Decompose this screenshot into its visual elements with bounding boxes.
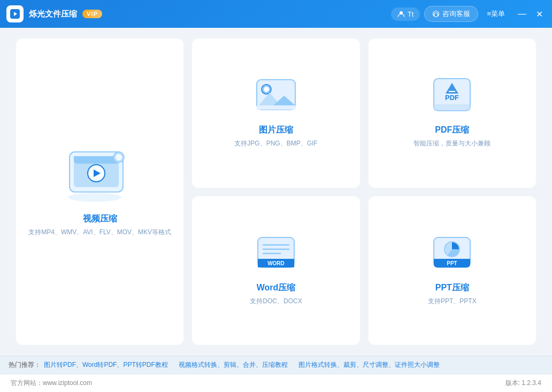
ppt-card-title: PPT压缩 — [435, 282, 469, 294]
video-card-subtitle: 支持MP4、WMV、AVI、FLV、MOV、MKV等格式 — [28, 228, 171, 237]
hot-link-2[interactable]: 图片格式转换、裁剪、尺寸调整、证件照大小调整 — [298, 360, 440, 370]
image-card-subtitle: 支持JPG、PNG、BMP、GIF — [234, 139, 317, 148]
pdf-icon: PDF — [431, 78, 473, 114]
app-title: 烁光文件压缩 — [29, 9, 77, 19]
svg-text:PDF: PDF — [445, 94, 459, 102]
main-content: 视频压缩 支持MP4、WMV、AVI、FLV、MOV、MKV等格式 图片压缩 — [0, 28, 552, 356]
video-card-title: 视频压缩 — [83, 213, 117, 225]
pdf-card-title: PDF压缩 — [435, 125, 469, 136]
window-controls: — ✕ — [516, 7, 546, 20]
image-icon-wrap — [255, 78, 297, 116]
close-button[interactable]: ✕ — [533, 7, 546, 20]
svg-rect-4 — [434, 14, 435, 16]
image-icon — [255, 78, 297, 114]
pdf-card[interactable]: PDF PDF压缩 智能压缩，质量与大小兼顾 — [369, 39, 536, 188]
service-button[interactable]: 咨询客服 — [424, 6, 478, 22]
ppt-icon-wrap: PPT — [431, 235, 473, 274]
ppt-card[interactable]: PPT PPT压缩 支持PPT、PPTX — [369, 196, 536, 345]
bottom-bar: 热门推荐： 图片转PDF、Word转PDF、PPT转PDF教程 视频格式转换、剪… — [0, 356, 552, 374]
svg-rect-10 — [74, 156, 119, 160]
svg-rect-27 — [434, 104, 470, 111]
title-bar-right: Tt 咨询客服 ≡菜单 — ✕ — [391, 6, 546, 22]
svg-point-15 — [116, 154, 122, 160]
video-icon — [65, 147, 135, 203]
headset-icon — [432, 10, 440, 18]
menu-button[interactable]: ≡菜单 — [482, 6, 509, 21]
hot-links: 图片转PDF、Word转PDF、PPT转PDF教程 视频格式转换、剪辑、合并、压… — [44, 360, 440, 370]
cards-grid: 视频压缩 支持MP4、WMV、AVI、FLV、MOV、MKV等格式 图片压缩 — [16, 39, 536, 345]
pdf-icon-wrap: PDF — [431, 78, 473, 116]
image-card[interactable]: 图片压缩 支持JPG、PNG、BMP、GIF — [192, 39, 359, 188]
minimize-button[interactable]: — — [516, 7, 528, 20]
user-button[interactable]: Tt — [391, 7, 420, 21]
website-label: 官方网站：www.iziptool.com — [11, 379, 92, 388]
user-icon — [397, 10, 405, 18]
word-card-subtitle: 支持DOC、DOCX — [250, 297, 302, 306]
app-logo — [6, 5, 24, 22]
image-card-title: 图片压缩 — [259, 125, 293, 136]
svg-point-18 — [264, 87, 269, 92]
video-icon-wrap — [65, 147, 135, 205]
svg-text:PPT: PPT — [447, 260, 457, 266]
svg-text:WORD: WORD — [267, 260, 285, 266]
ppt-card-subtitle: 支持PPT、PPTX — [428, 297, 477, 306]
svg-rect-22 — [257, 105, 295, 110]
svg-point-6 — [68, 193, 121, 202]
footer: 官方网站：www.iziptool.com 版本: 1.2.3.4 — [0, 374, 552, 392]
title-bar: 烁光文件压缩 VIP Tt 咨询客服 ≡菜单 — ✕ — [0, 0, 552, 28]
vip-badge: VIP — [82, 10, 102, 18]
word-icon: WORD — [255, 235, 297, 272]
word-card[interactable]: WORD Word压缩 支持DOC、DOCX — [192, 196, 359, 345]
hot-link-1[interactable]: 视频格式转换、剪辑、合并、压缩教程 — [179, 360, 288, 370]
title-bar-left: 烁光文件压缩 VIP — [6, 5, 391, 22]
ppt-icon: PPT — [431, 235, 473, 272]
pdf-card-subtitle: 智能压缩，质量与大小兼顾 — [413, 139, 490, 148]
video-card[interactable]: 视频压缩 支持MP4、WMV、AVI、FLV、MOV、MKV等格式 — [16, 39, 183, 345]
word-icon-wrap: WORD — [255, 235, 297, 274]
svg-rect-5 — [438, 14, 439, 16]
version-label: 版本: 1.2.3.4 — [505, 379, 541, 388]
hot-label: 热门推荐： — [9, 360, 41, 370]
word-card-title: Word压缩 — [257, 282, 296, 294]
hot-link-0[interactable]: 图片转PDF、Word转PDF、PPT转PDF教程 — [44, 360, 168, 370]
